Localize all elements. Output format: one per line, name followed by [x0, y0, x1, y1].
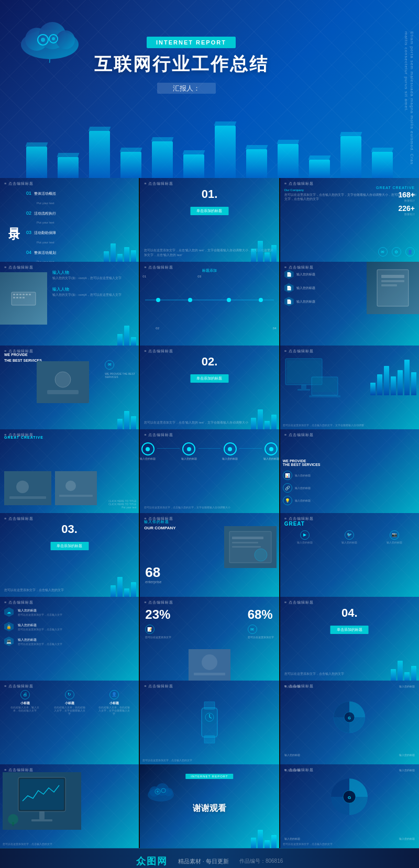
quadrant-label-3: 输入您的标题	[399, 753, 415, 756]
svg-rect-44	[232, 546, 261, 548]
quadrant-label-1: 输入您的标题	[399, 685, 415, 688]
bar-5	[398, 370, 403, 395]
svc-text-3: 输入您的标题	[295, 499, 311, 502]
monitor-desk-icon	[3, 772, 81, 830]
slide-services-icons: 点击编辑标题 WE PROVIDETHE BEST SERVICES 📊 输入您…	[280, 429, 419, 513]
column-3	[89, 131, 110, 178]
final-label-4: 输入您的标题	[284, 837, 300, 840]
slide-final: 点击编辑标题 G 输入您的标题 输入您的标题 输入您的标题 输入您的标题 您可以…	[280, 764, 419, 848]
svg-rect-14	[26, 294, 28, 295]
final-label-3: 输入您的标题	[399, 837, 415, 840]
column-4	[120, 152, 141, 178]
slide-02: 点击编辑标题 02. 单击添加的标题 您可以在这里添加文字，点击'输入您的 te…	[140, 346, 279, 429]
slide-r2-photo	[0, 272, 47, 325]
svg-point-5	[41, 38, 45, 42]
slide04-heading: 单击添加的标题	[330, 626, 369, 634]
column-12	[372, 152, 393, 178]
slide-great: 点击编辑标题 Our Company 您可以在这里添加文字，点击输入您的文字，文…	[280, 178, 419, 262]
great-stat2-sub: 数量统计	[376, 213, 415, 216]
hex-list-body-1: 您可以在这里添加文字，点击输入文字	[18, 613, 62, 616]
watermark-slogan: 精品素材 · 每日更新	[178, 858, 229, 865]
great-sub-text: CLICK HERE TO TITLECLICK HERE TO TITLEPu…	[108, 499, 136, 509]
slide-great-quadrant: 点击编辑标题 G 输入您的标题 输入您的标题 输入您的标题 输入您的标题	[280, 681, 419, 764]
social-label-3: 输入您的标题	[374, 541, 415, 544]
svg-rect-22	[381, 280, 404, 282]
svg-rect-13	[23, 294, 25, 295]
slide-01: 点击编辑标题 01. 单击添加的标题 您可以在这里添加文字，点击'输入您的 te…	[140, 178, 279, 262]
hex-list-body-3: 您可以在这里添加文字，点击输入文字	[18, 642, 62, 646]
slide02-num: 02.	[202, 355, 218, 369]
svg-rect-15	[29, 294, 31, 295]
hex-icon-3: 📄	[284, 297, 294, 306]
small-icon-1: 🖨	[20, 690, 30, 699]
flow-dot-4	[269, 447, 273, 451]
column-2	[58, 157, 79, 178]
services-icon-mail: ✉	[105, 360, 114, 370]
watch-bg-overlay	[140, 681, 279, 764]
slide-smartwatch: 点击编辑标题 您可以在这里添加文字，点击输入您的文字	[140, 681, 279, 764]
timeline-line	[145, 299, 273, 301]
slide-photo-cards: 点击编辑标题 📄 输入您的标题 📄 输入您的标题	[280, 262, 419, 346]
hex-icon-1: 📄	[284, 270, 294, 279]
hex-list-title-1: 输入您的标题	[18, 608, 62, 613]
slide-pct: 点击编辑标题 23% 📝 您可以在这里添加文字 68% ✉ 您可以在这里添加文字	[140, 597, 279, 681]
svg-point-71	[157, 791, 159, 793]
svg-rect-48	[194, 673, 225, 675]
slide-company-68: 点击编辑标题 输入你的标题 OUR COMPANY 68 enterprise	[140, 513, 279, 597]
dot-3	[227, 298, 231, 302]
slide-thanks: INTERNET REPORT 谢谢观看	[140, 764, 279, 848]
column-7	[215, 126, 236, 178]
services2-title: WE PROVIDETHE BEST SERVICES	[283, 459, 416, 466]
svg-text:G: G	[348, 716, 351, 720]
slide-services-photo: 点击编辑标题 WE PROVIDETHE BEST SERVICES ✉ WE …	[0, 346, 139, 429]
slide-flowchart: 点击编辑标题 输入您的标题 输入您的标题	[140, 429, 279, 513]
small-icon-2: ↻	[65, 690, 74, 699]
column-1	[26, 147, 47, 178]
hex-list-icon-2: 🔒	[4, 622, 14, 631]
tl-num3: 03	[197, 275, 201, 278]
great-title-social: GREAT	[284, 521, 305, 527]
svg-rect-61	[20, 779, 64, 810]
r2s1-input2: 输入人物	[52, 286, 136, 292]
tl-num1: 01	[142, 275, 146, 278]
slide-label-r2s1: 点击编辑标题	[4, 265, 34, 270]
svc-text-1: 输入您的标题	[295, 474, 311, 477]
flow-dot-3	[228, 447, 232, 451]
slide-label-chart: 点击编辑标题	[284, 349, 314, 354]
svg-point-45	[255, 549, 267, 561]
hero-subtitle-text: 汇报人：	[157, 83, 216, 94]
svg-rect-30	[297, 389, 310, 391]
quadrant-label-4: 输入您的标题	[284, 753, 300, 756]
slide-label-timeline: 点击编辑标题	[144, 265, 173, 270]
flow-body: 您可以在这里添加文字，点击输入您的文字，文字会随着输入自动调整大小	[144, 506, 274, 509]
card-text-1: 输入您的标题	[296, 273, 315, 276]
slide-device-chart: 点击编辑标题	[280, 346, 419, 429]
social-icon-2: 🐦	[345, 530, 354, 540]
slide-label-04: 点击编辑标题	[284, 600, 314, 605]
flow-line-1	[157, 448, 179, 449]
thanks-title: 谢谢观看	[193, 803, 226, 814]
small-icon-3: 👤	[109, 690, 119, 699]
pct1: 23%	[145, 607, 171, 622]
bar-1	[370, 383, 376, 395]
svg-point-7	[52, 37, 55, 40]
svg-point-3	[56, 30, 75, 49]
slide-03: 点击编辑标题 03. 单击添加的标题 您可以在这里添加文字，点击输入您的文字	[0, 513, 139, 597]
device-illustration	[283, 356, 340, 403]
hex-icon-2: 📄	[284, 283, 294, 293]
watch-body: 您可以在这里添加文字，点击输入您的文字	[142, 759, 276, 762]
small-title-3: 小标题	[98, 702, 130, 705]
column-10	[309, 160, 330, 178]
svg-rect-65	[12, 822, 14, 826]
great-stat1-sub: 数量统计	[376, 199, 415, 202]
small-body-3: 在此处输入文本，在此处输入文字，文字会随着输入文字	[98, 706, 130, 716]
hero-columns	[0, 115, 419, 178]
company-name: OUR COMPANY	[144, 526, 175, 530]
bar-6	[404, 360, 410, 395]
slide-row-1: 点击编辑标题 目录 01整体活动概括 Put your text 02活动流程执…	[0, 178, 419, 262]
flow-label-3: 输入您的标题	[222, 457, 238, 460]
slide-label-great: 点击编辑标题	[284, 181, 314, 186]
hex-list-title-2: 输入您的标题	[18, 623, 62, 628]
flow-label-2: 输入您的标题	[181, 457, 197, 460]
svg-rect-63	[31, 819, 52, 821]
